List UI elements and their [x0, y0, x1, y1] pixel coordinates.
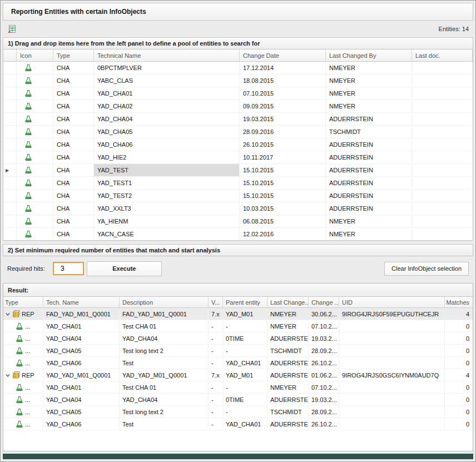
technical-name-cell: YAD_CHA06	[94, 138, 240, 151]
technical-name-cell: YA_HIENM	[94, 215, 240, 228]
uid-cell	[339, 394, 445, 406]
characteristic-icon	[16, 396, 23, 404]
icon-cell	[17, 126, 53, 138]
technical-name-cell: YAD_XXLT3	[94, 202, 240, 215]
infoobject-row[interactable]: CHAYAD_CHA0626.10.2015ADUERRSTEIN	[3, 138, 473, 151]
parent-entity-cell: -	[223, 320, 267, 332]
infoobject-row[interactable]: CHAYAD_XXLT310.03.2015ADUERRSTEIN	[3, 202, 473, 215]
technical-name-cell: YACN_CASE	[94, 228, 240, 241]
last-changed-by-cell: ADUERRSTE...	[267, 357, 309, 369]
infoobject-row[interactable]: CHAYA_HIENM06.08.2015NMEYER	[3, 215, 473, 228]
type-cell: CHA	[53, 151, 94, 164]
characteristic-icon	[24, 217, 32, 225]
infoobject-row[interactable]: CHAYAD_HIE210.11.2017ADUERRSTEIN	[3, 151, 473, 164]
row-selector-cell	[3, 74, 17, 87]
tech-name-cell: YAD_CHA05	[43, 345, 120, 357]
tech-name-cell: YAD_CHA06	[43, 357, 120, 369]
version-cell: -	[209, 418, 223, 430]
description-cell: Test	[120, 418, 209, 430]
table1-selector-header	[3, 49, 17, 62]
export-excel-button[interactable]	[6, 24, 17, 34]
result-child-row[interactable]: ...YAD_CHA04YAD_CHA04-0TIMEADUERRSTE...1…	[3, 394, 473, 406]
entities-count: Entities: 14	[439, 26, 470, 32]
infoobject-row[interactable]: CHA0BPCTMPLVER17.12.2014NMEYER	[3, 62, 473, 74]
type-cell: CHA	[53, 113, 94, 126]
infoobject-row[interactable]: CHAYAD_CHA0419.03.2015ADUERRSTEIN	[3, 113, 473, 126]
clear-infoobject-selection-button[interactable]: Clear InfoObject selection	[384, 262, 469, 276]
characteristic-icon	[24, 64, 32, 72]
result-col-version[interactable]: V...	[209, 297, 223, 308]
table1-col-change-date[interactable]: Change Date	[240, 49, 326, 62]
infoobject-row[interactable]: CHAYAD_CHA0107.10.2015NMEYER	[3, 87, 473, 100]
table1-col-last-changed-by[interactable]: Last Changed By	[326, 49, 412, 62]
version-cell: -	[209, 381, 223, 394]
last-doc-cell	[412, 138, 473, 151]
table1-col-technical-name[interactable]: Technical Name	[94, 49, 240, 62]
last-doc-cell	[412, 113, 473, 126]
result-col-matches[interactable]: Matches	[445, 297, 473, 308]
row-selector-cell	[3, 228, 17, 241]
result-report-row[interactable]: REPYAD_YAD_M01_Q0001YAD_YAD_M01_Q00017.x…	[3, 369, 473, 381]
result-child-row[interactable]: ...YAD_CHA06Test-YAD_CHA01ADUERRSTE...26…	[3, 357, 473, 369]
infoobject-row[interactable]: CHAYACN_CASE12.02.2016NMEYER	[3, 228, 473, 241]
parent-entity-cell: -	[223, 406, 267, 418]
result-child-row[interactable]: ...YAD_CHA04YAD_CHA04-0TIMEADUERRSTE...1…	[3, 332, 473, 345]
expander[interactable]	[5, 311, 12, 317]
table1-col-last-doc[interactable]: Last doc.	[412, 49, 473, 62]
result-child-row[interactable]: ...YAD_CHA05Test long text 2--TSCHMIDT28…	[3, 406, 473, 418]
report-icon	[13, 310, 20, 317]
table1-header-row: Icon Type Technical Name Change Date Las…	[3, 49, 473, 62]
result-col-change[interactable]: Change ...	[309, 297, 339, 308]
change-date-cell: 17.12.2014	[240, 62, 326, 74]
result-col-tech-name[interactable]: Tech. Name	[43, 297, 120, 308]
result-child-row[interactable]: ...YAD_CHA06Test-YAD_CHA01ADUERRSTE...26…	[3, 418, 473, 430]
result-col-parent-entity[interactable]: Parent entity	[223, 297, 267, 308]
last-changed-by-cell: ADUERRSTEIN	[326, 138, 412, 151]
description-cell: Test CHA 01	[120, 320, 209, 332]
change-date-cell: 28.09.2016	[240, 126, 326, 138]
result-type-cell: ...	[3, 332, 43, 345]
change-date-cell: 15.10.2015	[240, 164, 326, 177]
last-changed-by-cell: ADUERRSTE...	[267, 418, 309, 430]
type-cell: CHA	[53, 74, 94, 87]
last-doc-cell	[412, 164, 473, 177]
result-col-type[interactable]: Type	[3, 297, 43, 308]
infoobject-row[interactable]: CHAYAD_TEST115.10.2015ADUERRSTEIN	[3, 177, 473, 190]
result-child-row[interactable]: ...YAD_CHA05Test long text 2--TSCHMIDT28…	[3, 345, 473, 357]
result-child-row[interactable]: ...YAD_CHA01Test CHA 01--NMEYER07.10.2..…	[3, 320, 473, 332]
matches-cell: 4	[445, 308, 473, 320]
infoobject-row[interactable]: CHAYABC_CLAS18.08.2015NMEYER	[3, 74, 473, 87]
last-changed-by-cell: ADUERRSTE...	[267, 369, 309, 381]
result-report-row[interactable]: REPFAD_YAD_M01_Q0001FAD_YAD_M01_Q00017.x…	[3, 308, 473, 320]
infoobject-row[interactable]: CHAYAD_TEST215.10.2015ADUERRSTEIN	[3, 190, 473, 202]
result-col-uid[interactable]: UID	[339, 297, 445, 308]
icon-cell	[17, 100, 53, 113]
parent-entity-cell: 0TIME	[223, 394, 267, 406]
required-hits-input[interactable]	[53, 262, 84, 275]
result-type-cell: ...	[3, 345, 43, 357]
result-col-last-change[interactable]: Last Change...	[267, 297, 309, 308]
infoobject-row[interactable]: CHAYAD_CHA0528.09.2016TSCHMIDT	[3, 126, 473, 138]
infoobject-row[interactable]: CHAYAD_CHA0209.09.2015NMEYER	[3, 100, 473, 113]
parent-entity-cell: YAD_CHA01	[223, 357, 267, 369]
last-doc-cell	[412, 177, 473, 190]
execute-button[interactable]: Execute	[87, 261, 162, 276]
result-table-header-row: Type Tech. Name Description V... Parent …	[3, 297, 473, 308]
result-col-description[interactable]: Description	[120, 297, 209, 308]
tech-name-cell: YAD_CHA06	[43, 418, 120, 430]
result-table-body: REPFAD_YAD_M01_Q0001FAD_YAD_M01_Q00017.x…	[3, 308, 473, 430]
icon-cell	[17, 164, 53, 177]
expander[interactable]	[5, 372, 12, 378]
last-changed-by-cell: ADUERRSTEIN	[326, 190, 412, 202]
matches-cell: 0	[445, 332, 473, 345]
description-cell: YAD_YAD_M01_Q0001	[120, 369, 209, 381]
icon-cell	[17, 113, 53, 126]
infoobject-row[interactable]: ▶CHAYAD_TEST15.10.2015ADUERRSTEIN	[3, 164, 473, 177]
table1-col-icon[interactable]: Icon	[17, 49, 53, 62]
result-child-row[interactable]: ...YAD_CHA01Test CHA 01--NMEYER07.10.2..…	[3, 381, 473, 394]
uid-cell	[339, 345, 445, 357]
table1-col-type[interactable]: Type	[53, 49, 94, 62]
type-label: REP	[22, 372, 34, 379]
type-cell: CHA	[53, 87, 94, 100]
table1-body: CHA0BPCTMPLVER17.12.2014NMEYERCHAYABC_CL…	[3, 62, 473, 241]
